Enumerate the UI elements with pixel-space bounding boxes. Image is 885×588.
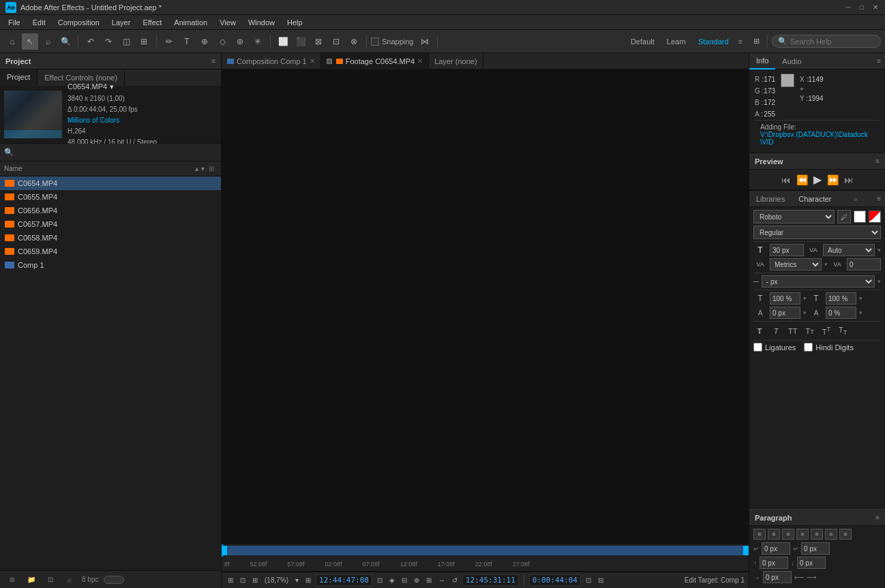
smallcaps-btn[interactable]: TT xyxy=(803,326,815,336)
snap-icon[interactable]: ⋈ xyxy=(417,33,433,50)
folder-btn[interactable]: 📁 xyxy=(23,572,40,588)
shape-tool-2[interactable]: ⬛ xyxy=(292,33,309,50)
paint-tool[interactable]: ⊛ xyxy=(232,33,248,50)
shape-tool-1[interactable]: ⬜ xyxy=(275,33,291,50)
space-after-input[interactable] xyxy=(797,557,826,569)
menu-layer[interactable]: Layer xyxy=(106,17,136,28)
baseline-input[interactable] xyxy=(770,307,800,319)
tab-libraries[interactable]: Libraries xyxy=(749,191,792,207)
search-input[interactable] xyxy=(790,37,872,46)
go-first-btn[interactable]: ⏮ xyxy=(781,174,791,185)
italic-btn[interactable]: T xyxy=(770,326,782,336)
step-back-btn[interactable]: ⏪ xyxy=(796,174,808,185)
viewer-tab-footage[interactable]: Footage C0654.MP4 ✕ xyxy=(321,53,430,69)
tab-character[interactable]: Character xyxy=(792,191,838,207)
clone-tool[interactable]: ⊕ xyxy=(196,33,213,50)
hscale-chevron[interactable]: ▾ xyxy=(803,295,807,302)
align-justify-btn[interactable]: ≡ xyxy=(796,529,809,540)
font-picker-btn[interactable]: 🖊 xyxy=(837,210,851,223)
redo-tool[interactable]: ↷ xyxy=(100,33,117,50)
viewer-ctrl-1[interactable]: ⊞ xyxy=(226,576,235,585)
search-tool[interactable]: ⌕ xyxy=(40,33,56,50)
hscale-input[interactable] xyxy=(770,292,800,305)
leading-chevron[interactable]: ▾ xyxy=(877,247,881,253)
text-tool[interactable]: T xyxy=(179,33,195,50)
indent-first-input[interactable] xyxy=(763,571,792,583)
eraser-tool[interactable]: ◇ xyxy=(214,33,230,50)
preview-panel-menu[interactable]: ≡ xyxy=(875,157,880,165)
stroke-color-swatch[interactable] xyxy=(869,211,881,223)
viewer-ctrl-grid[interactable]: ⊞ xyxy=(424,576,434,585)
tool-3[interactable]: ◫ xyxy=(118,33,134,50)
align-force-btn[interactable]: ≡ xyxy=(839,529,852,540)
file-item-1[interactable]: C0655.MP4 xyxy=(0,190,221,204)
file-item-5[interactable]: C0659.MP4 xyxy=(0,245,221,258)
shape-tool-5[interactable]: ⊗ xyxy=(346,33,362,50)
char-tab-more[interactable]: » xyxy=(850,195,862,203)
align-right-btn[interactable]: ≡ xyxy=(782,529,794,540)
menu-window[interactable]: Window xyxy=(243,17,280,28)
menu-composition[interactable]: Composition xyxy=(52,17,105,28)
para-menu-btn[interactable]: ≡ xyxy=(875,514,880,521)
font-size-input[interactable] xyxy=(770,244,804,256)
play-btn[interactable]: ▶ xyxy=(813,173,822,186)
menu-view[interactable]: View xyxy=(214,17,241,28)
list-settings[interactable]: ⊞ xyxy=(206,164,217,174)
space-before-input[interactable] xyxy=(760,557,788,569)
tsumi-input[interactable] xyxy=(826,307,856,319)
info-panel-menu[interactable]: ≡ xyxy=(873,57,885,65)
file-item-2[interactable]: C0656.MP4 xyxy=(0,204,221,217)
search-project-btn[interactable]: ⌕ xyxy=(61,572,78,588)
undo-tool[interactable]: ↶ xyxy=(82,33,99,50)
ligatures-checkbox[interactable] xyxy=(753,343,762,352)
viewer-tab-comp[interactable]: Composition Comp 1 ✕ xyxy=(222,53,321,69)
align-justify3-btn[interactable]: ≡ xyxy=(825,529,837,540)
menu-file[interactable]: File xyxy=(3,17,26,28)
allcaps-btn[interactable]: TT xyxy=(786,326,799,336)
viewer-zoom-select[interactable]: ▾ xyxy=(293,576,301,585)
comp-tab-close[interactable]: ✕ xyxy=(310,57,315,65)
viewer-ctrl-2[interactable]: ⊡ xyxy=(238,576,247,585)
tool-4[interactable]: ⊞ xyxy=(136,33,152,50)
menu-edit[interactable]: Edit xyxy=(27,17,51,28)
pen-tool[interactable]: ✏ xyxy=(161,33,177,50)
viewer-ctrl-snap[interactable]: ⊡ xyxy=(584,576,593,585)
snap-checkbox[interactable] xyxy=(371,37,379,46)
indent-left-input[interactable] xyxy=(762,542,790,555)
viewer-ctrl-channel[interactable]: ⊟ xyxy=(400,576,409,585)
viewer-ctrl-preview[interactable]: ⊟ xyxy=(596,576,605,585)
align-center-btn[interactable]: ≡ xyxy=(768,529,780,540)
sub-btn[interactable]: TT xyxy=(837,325,849,337)
file-item-0[interactable]: C0654.MP4 xyxy=(0,176,221,190)
workspace-default[interactable]: Default xyxy=(628,36,657,47)
indent-right-input[interactable] xyxy=(801,542,830,555)
tsumi-chevron[interactable]: ▾ xyxy=(859,309,862,316)
timecode-display-2[interactable]: 12:45:31:11 xyxy=(462,574,519,586)
minimize-button[interactable]: ─ xyxy=(844,3,852,12)
ltr-btn[interactable]: ⟶ xyxy=(807,574,816,581)
font-color-swatch[interactable] xyxy=(854,211,866,223)
bpc-toggle[interactable] xyxy=(104,576,124,584)
timeline-handle-right[interactable] xyxy=(743,546,749,555)
workspace-more[interactable]: ≡ xyxy=(738,37,742,46)
align-left-btn[interactable]: ≡ xyxy=(753,529,766,540)
tab-audio[interactable]: Audio xyxy=(775,53,808,69)
filename-dropdown[interactable]: ▾ xyxy=(110,81,114,93)
close-button[interactable]: ✕ xyxy=(871,3,880,12)
step-fwd-btn[interactable]: ⏩ xyxy=(827,174,839,185)
timecode-display-1[interactable]: 12:44:47:08 xyxy=(316,574,372,586)
hindi-digits-checkbox[interactable] xyxy=(804,343,813,352)
kerning-chevron[interactable]: ▾ xyxy=(824,261,828,268)
home-tool[interactable]: ⌂ xyxy=(4,33,20,50)
tab-project[interactable]: Project xyxy=(0,69,38,86)
leading-select[interactable]: Auto xyxy=(823,244,875,256)
project-search[interactable]: 🔍 xyxy=(0,144,221,161)
menu-help[interactable]: Help xyxy=(282,17,308,28)
select-tool[interactable]: ↖ xyxy=(22,33,38,50)
workspace-learn[interactable]: Learn xyxy=(664,36,689,47)
font-family-select[interactable]: Roboto xyxy=(753,210,835,223)
super-btn[interactable]: TT xyxy=(820,325,832,337)
dash-select[interactable]: - px xyxy=(762,275,875,288)
duration-display[interactable]: 0:00:44:04 xyxy=(529,574,581,586)
puppet-tool[interactable]: ✳ xyxy=(250,33,266,50)
